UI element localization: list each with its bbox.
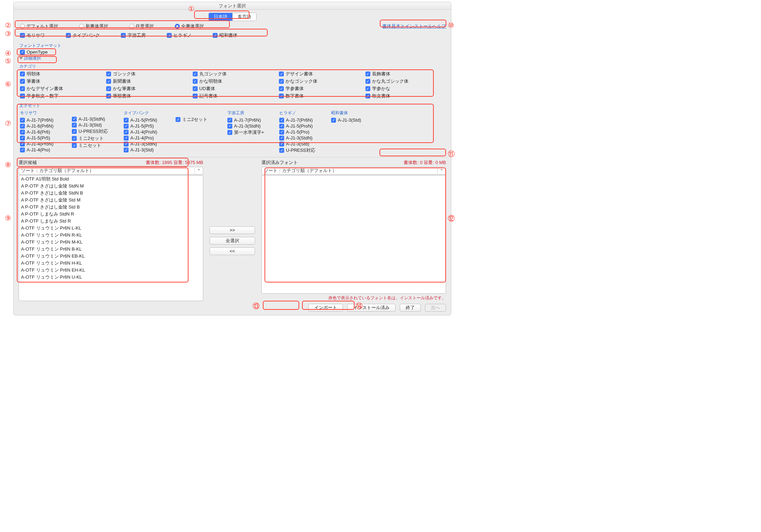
window-title: フォント選択 [14,2,451,10]
charset-checkbox[interactable]: ✓ミニ2セット [72,135,117,142]
category-checkbox[interactable]: ✓丸ゴシック体 [193,71,272,77]
charset-checkbox[interactable]: ✓U-PRESS対応 [72,128,117,135]
vendor-hiragino[interactable]: ✓ヒラギノ [167,32,192,39]
charset-checkbox[interactable]: ✓A-J1-3(Std) [124,147,169,152]
charset-checkbox[interactable]: ✓A-J1-5(Pro) [279,129,325,135]
radio-any[interactable]: 任意選択 [129,23,154,29]
category-checkbox[interactable]: ✓かな明朝体 [193,78,272,84]
next-button[interactable]: 次へ [425,304,446,312]
charset-checkbox[interactable]: ✓A-J1-3(Std) [331,117,377,123]
candidates-sort[interactable]: ソート：カテゴリ順（デフォルト） ⌃ [19,167,203,175]
charset-checkbox[interactable]: ✓A-J1-6(Pr6) [20,129,66,135]
charset-checkbox[interactable]: ✓ミニ2セット [176,116,221,123]
category-checkbox[interactable]: ✓装飾書体 [365,71,445,77]
help-link[interactable]: 書体見本とインストールヘルプ [382,23,446,29]
vendor-morisawa[interactable]: ✓モリサワ [20,32,45,39]
category-checkbox[interactable]: ✓学参欧文・数字 [20,93,99,99]
charset-checkbox[interactable]: ✓A-J1-3(Std) [72,122,117,128]
charset-checkbox[interactable]: ✓A-J1-3(StdN) [72,116,117,122]
list-item[interactable]: A-OTF リュウミン Pr6N M-KL [19,239,203,246]
opentype-checkbox[interactable]: ✓OpenType [20,49,446,55]
category-checkbox[interactable]: ✓筆書体 [20,78,99,84]
category-checkbox[interactable]: ✓欧文書体 [365,93,445,99]
category-checkbox[interactable]: ✓学参書体 [279,86,358,92]
vendor-showa[interactable]: ✓昭和書体 [213,32,238,39]
check-icon: ✓ [106,86,111,91]
category-checkbox[interactable]: ✓数字書体 [279,93,358,99]
list-item[interactable]: A-OTF リュウミン Pr6N EB-KL [19,253,203,260]
charset-column: ヒラギノ✓A-J1-7(Pr6N)✓A-J1-5(ProN)✓A-J1-5(Pr… [279,110,325,154]
radio-new[interactable]: 新書体選択 [79,23,108,29]
list-item[interactable]: A P-OTF きざはし金陵 StdN M [19,183,203,190]
charset-checkbox[interactable]: ✓A-J1-4(ProN) [124,129,169,135]
check-icon: ✓ [20,71,25,76]
list-item[interactable]: A-OTF リュウミン Pr6N R-KL [19,232,203,239]
category-checkbox[interactable]: ✓かなデザイン書体 [20,86,99,92]
list-item[interactable]: A P-OTF しまなみ Std R [19,218,203,225]
category-checkbox[interactable]: ✓かなゴシック体 [279,78,358,84]
charset-checkbox[interactable]: ✓A-J1-4(Pro) [20,147,66,152]
charset-checkbox[interactable]: ✓U-PRESS対応 [279,147,325,154]
charset-checkbox[interactable]: ✓A-J1-3(Std) [279,141,325,146]
quit-button[interactable]: 終了 [400,304,421,312]
charset-checkbox[interactable]: ✓ミニセット [72,142,117,149]
category-checkbox[interactable]: ✓明朝体 [20,71,99,77]
select-all-button[interactable]: 全選択 [210,237,255,245]
vendor-checkboxes: ✓モリサワ ✓タイプバンク ✓字游工房 ✓ヒラギノ ✓昭和書体 [19,31,446,41]
list-item[interactable]: A P-OTF きざはし金陵 Std B [19,204,203,211]
list-item[interactable]: A-OTF リュウミン Pr6N U-KL [19,274,203,281]
list-item[interactable]: A P-OTF きざはし金陵 StdN B [19,190,203,197]
remove-button[interactable]: << [210,247,255,255]
charset-checkbox[interactable]: ✓A-J1-3(StdN) [279,135,325,141]
category-checkbox[interactable]: ✓筆順書体 [106,93,185,99]
selected-list[interactable] [261,175,446,294]
charset-checkbox[interactable]: ✓A-J1-7(Pr6N) [227,117,273,123]
radio-default[interactable]: デフォルト選択 [20,23,58,29]
list-item[interactable]: A-OTF リュウミン Pr6N B-KL [19,246,203,253]
add-button[interactable]: >> [210,226,255,234]
list-item[interactable]: A P-OTF きざはし金陵 Std M [19,197,203,204]
charset-checkbox[interactable]: ✓A-J1-3(StdN) [124,141,169,146]
tab-japanese[interactable]: 日本語 [209,13,232,21]
category-checkbox[interactable]: ✓ゴシック体 [106,71,185,77]
import-button[interactable]: インポート [308,304,343,312]
vendor-typebank[interactable]: ✓タイプバンク [66,32,100,39]
installed-button[interactable]: インストール済み [347,304,396,312]
category-checkbox[interactable]: ✓新聞書体 [106,78,185,84]
vendor-jiyukobo[interactable]: ✓字游工房 [121,32,146,39]
category-checkbox[interactable]: ✓デザイン書体 [279,71,358,77]
charset-checkbox[interactable]: ✓第一水準漢字+ [227,129,273,136]
tab-multilang[interactable]: 多言語 [232,13,256,21]
charset-checkbox[interactable]: ✓A-J1-4(Pro) [124,135,169,141]
charset-checkbox[interactable]: ✓A-J1-7(Pr6N) [20,117,66,123]
candidates-list[interactable]: A-OTF A1明朝 Std BoldA P-OTF きざはし金陵 StdN M… [19,175,203,301]
charset-checkbox[interactable]: ✓A-J1-5(Pr5N) [124,117,169,123]
charset-checkbox[interactable]: ✓A-J1-3(StdN) [227,123,273,129]
category-checkbox[interactable]: ✓かな丸ゴシック体 [365,78,445,84]
list-item[interactable]: A-OTF リュウミン Pr6N H-KL [19,260,203,267]
charset-checkbox[interactable]: ✓A-J1-6(Pr6N) [20,123,66,129]
charset-checkbox[interactable]: ✓A-J1-7(Pr6N) [279,117,325,123]
check-icon: ✓ [279,94,284,98]
charset-checkbox[interactable]: ✓A-J1-5(Pr5) [124,123,169,129]
charset-title: 文字セット [19,103,446,109]
list-item[interactable]: A-OTF A1明朝 Std Bold [19,176,203,183]
category-checkbox[interactable]: ✓記号書体 [193,93,272,99]
charset-checkbox[interactable]: ✓A-J1-5(Pr5) [20,135,66,141]
annotation-8: ⑧ [5,161,11,169]
check-icon: ✓ [106,94,111,98]
charset-column-head: ヒラギノ [279,110,325,116]
list-item[interactable]: A-OTF リュウミン Pr6N EH-KL [19,267,203,274]
category-checkbox[interactable]: ✓UD書体 [193,86,272,92]
selected-sort[interactable]: ソート：カテゴリ順（デフォルト） ⌃ [261,167,446,175]
charset-checkbox[interactable]: ✓A-J1-4(ProN) [20,141,66,146]
radio-all[interactable]: 全書体選択 [175,23,204,29]
selected-title: 選択済みフォント [261,159,298,166]
check-icon: ✓ [176,117,180,122]
category-checkbox[interactable]: ✓かな筆書体 [106,86,185,92]
advanced-disclosure[interactable]: 詳細選択 [19,55,446,61]
category-checkbox[interactable]: ✓学参かな [365,86,445,92]
charset-checkbox[interactable]: ✓A-J1-5(ProN) [279,123,325,129]
list-item[interactable]: A-OTF リュウミン Pr6N L-KL [19,225,203,232]
list-item[interactable]: A P-OTF しまなみ StdN R [19,211,203,218]
